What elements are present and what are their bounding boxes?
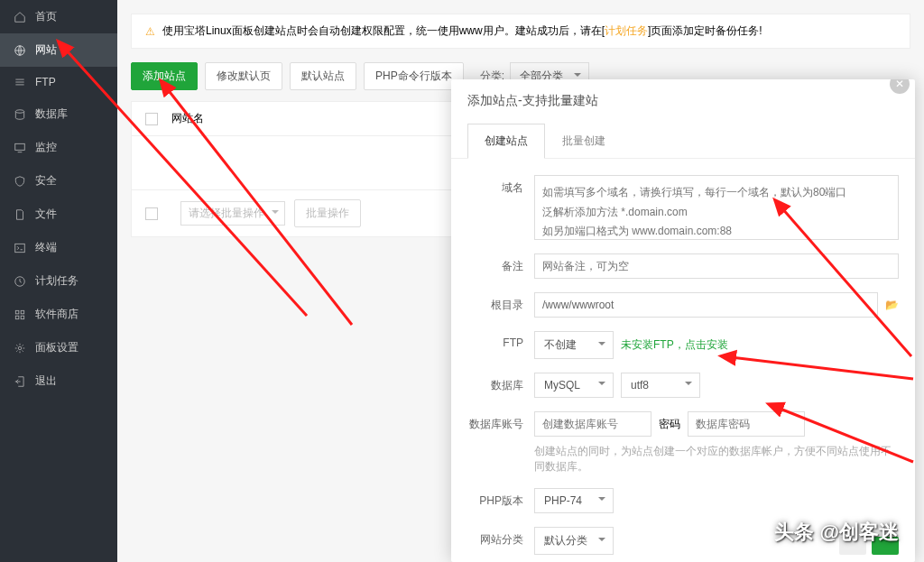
note-input[interactable] xyxy=(534,253,899,279)
label-ftp: FTP xyxy=(467,331,534,349)
site-category-dropdown[interactable]: 默认分类 xyxy=(534,527,614,555)
label-note: 备注 xyxy=(467,253,534,274)
db-account-input[interactable] xyxy=(534,411,651,437)
ftp-install-link[interactable]: 未安装FTP，点击安装 xyxy=(621,337,728,353)
tab-create-site[interactable]: 创建站点 xyxy=(467,124,545,159)
modal-tabs: 创建站点 批量创建 xyxy=(451,123,915,159)
watermark: 头条 @创客迷 xyxy=(774,519,899,546)
db-hint: 创建站点的同时，为站点创建一个对应的数据库帐户，方便不同站点使用不同数据库。 xyxy=(534,444,899,474)
modal-title: 添加站点-支持批量建站 xyxy=(451,79,915,123)
label-php: PHP版本 xyxy=(467,488,534,509)
folder-icon[interactable]: 📂 xyxy=(885,299,899,311)
label-database: 数据库 xyxy=(467,373,534,393)
label-domain: 域名 xyxy=(467,175,534,196)
database-dropdown[interactable]: MySQL xyxy=(534,373,614,398)
modal-overlay: ✕ 添加站点-支持批量建站 创建站点 批量创建 域名 备注 根目录 📂 xyxy=(0,0,924,562)
tab-batch-create[interactable]: 批量创建 xyxy=(545,124,623,159)
label-db-password: 密码 xyxy=(659,417,680,432)
modal-form: 域名 备注 根目录 📂 FTP 不创建 未安装FTP，点击安装 xyxy=(451,159,915,555)
add-site-modal: ✕ 添加站点-支持批量建站 创建站点 批量创建 域名 备注 根目录 📂 xyxy=(451,79,915,562)
label-category: 网站分类 xyxy=(467,527,534,548)
root-input[interactable] xyxy=(534,292,878,318)
label-root: 根目录 xyxy=(467,292,534,313)
db-password-input[interactable] xyxy=(688,411,805,437)
php-version-dropdown[interactable]: PHP-74 xyxy=(534,488,614,513)
ftp-dropdown[interactable]: 不创建 xyxy=(534,331,614,359)
close-icon: ✕ xyxy=(895,79,904,90)
domain-textarea[interactable] xyxy=(534,175,899,240)
charset-dropdown[interactable]: utf8 xyxy=(621,373,700,398)
label-db-account: 数据库账号 xyxy=(467,411,534,432)
